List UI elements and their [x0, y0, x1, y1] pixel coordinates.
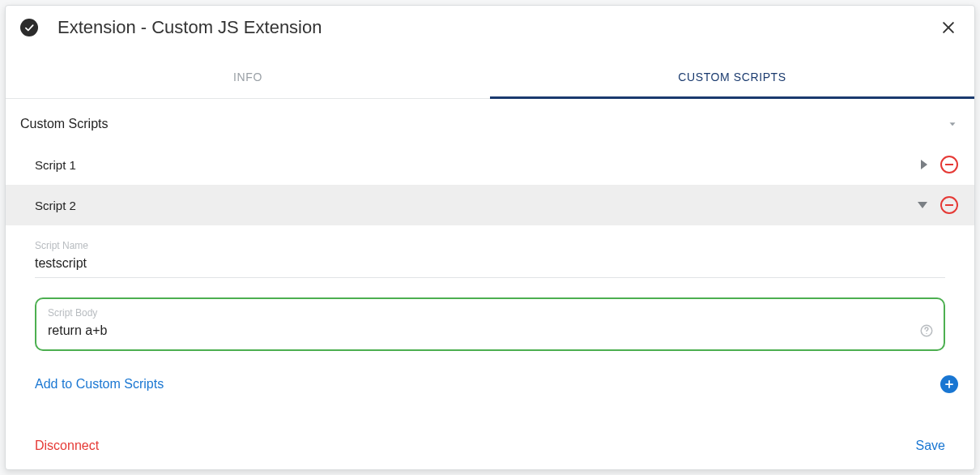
tabs: INFO CUSTOM SCRIPTS	[6, 59, 974, 99]
remove-script-icon[interactable]	[940, 156, 958, 173]
add-to-custom-scripts-row: Add to Custom Scripts	[6, 351, 974, 393]
script-body-field-highlight: Script Body	[35, 297, 945, 351]
script-name-input[interactable]	[35, 255, 945, 272]
extension-modal: Extension - Custom JS Extension INFO CUS…	[5, 5, 975, 470]
chevron-down-icon	[947, 118, 958, 130]
script-name-field: Script Name	[35, 240, 945, 278]
disconnect-button[interactable]: Disconnect	[35, 439, 916, 453]
script-name-label: Script Name	[35, 240, 945, 251]
tab-custom-scripts[interactable]: CUSTOM SCRIPTS	[490, 59, 974, 99]
help-icon[interactable]	[919, 323, 934, 338]
expand-right-icon[interactable]	[921, 160, 927, 169]
check-circle-icon	[20, 19, 38, 36]
svg-marker-2	[950, 122, 956, 126]
svg-point-4	[926, 333, 927, 334]
modal-header: Extension - Custom JS Extension	[6, 6, 974, 48]
script-2-body: Script Name Script Body	[6, 240, 974, 351]
modal-footer: Disconnect Save	[6, 439, 974, 469]
remove-script-icon[interactable]	[940, 196, 958, 214]
script-row-label: Script 1	[35, 158, 921, 172]
content-area: Custom Scripts Script 1 Script 2 Script …	[6, 99, 974, 439]
script-row-label: Script 2	[35, 199, 918, 212]
collapse-down-icon[interactable]	[918, 202, 927, 208]
script-row-1[interactable]: Script 1	[6, 144, 974, 185]
add-to-custom-scripts-link[interactable]: Add to Custom Scripts	[35, 377, 940, 392]
tab-info[interactable]: INFO	[6, 59, 490, 98]
script-body-label: Script Body	[48, 307, 934, 319]
section-title: Custom Scripts	[20, 117, 108, 131]
section-header-custom-scripts[interactable]: Custom Scripts	[6, 102, 974, 144]
save-button[interactable]: Save	[916, 439, 945, 453]
script-row-2[interactable]: Script 2	[6, 185, 974, 225]
modal-title: Extension - Custom JS Extension	[58, 17, 939, 38]
script-body-input[interactable]	[48, 322, 913, 340]
add-icon[interactable]	[940, 375, 958, 393]
close-icon[interactable]	[939, 18, 958, 37]
